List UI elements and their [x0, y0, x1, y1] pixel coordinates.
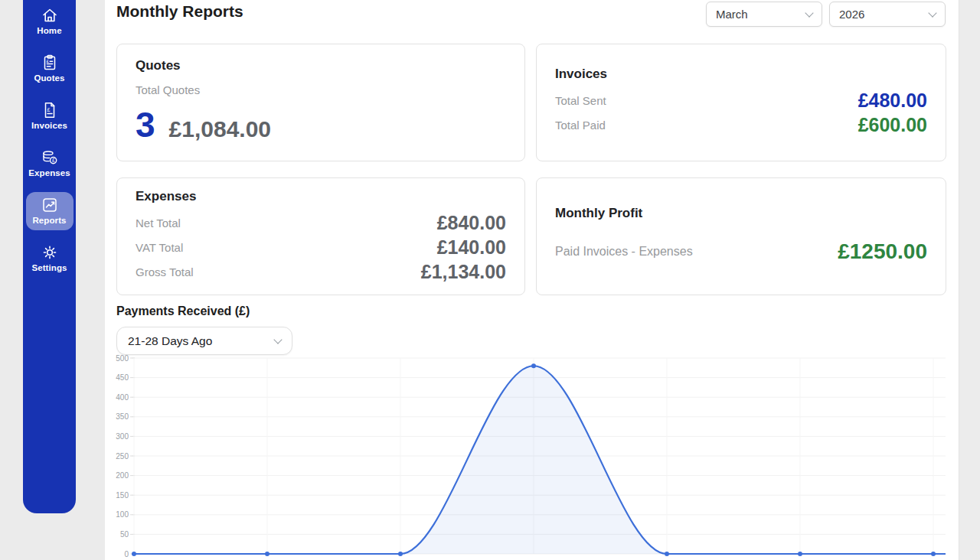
year-select[interactable]: 2026: [829, 2, 946, 27]
profit-formula-label: Paid Invoices - Expenses: [555, 245, 693, 259]
month-select-value: March: [716, 8, 748, 21]
invoice-document-icon: £: [41, 101, 59, 119]
chevron-down-icon: [805, 8, 813, 17]
payments-area-chart: 050100150200250300350400450500: [105, 352, 951, 560]
invoices-card-title: Invoices: [555, 67, 927, 82]
total-paid-label: Total Paid: [555, 119, 606, 132]
svg-text:400: 400: [116, 393, 129, 402]
sidebar-item-quotes[interactable]: £ Quotes: [26, 50, 74, 88]
total-quotes-label: Total Quotes: [136, 83, 506, 96]
total-sent-label: Total Sent: [555, 94, 606, 107]
month-select[interactable]: March: [706, 2, 822, 27]
expenses-card-title: Expenses: [136, 189, 506, 204]
sidebar: Home £ Quotes £: [23, 0, 76, 513]
payments-received-heading: Payments Received (£): [116, 304, 250, 318]
quotes-card: Quotes Total Quotes 3 £1,084.00: [116, 44, 525, 161]
gross-total-value: £1,134.00: [421, 261, 506, 283]
total-quotes-count: 3: [136, 107, 155, 142]
date-range-select[interactable]: 21-28 Days Ago: [116, 327, 292, 355]
svg-text:450: 450: [116, 373, 129, 382]
sidebar-item-settings[interactable]: Settings: [26, 239, 74, 278]
monthly-profit-card: Monthly Profit Paid Invoices - Expenses …: [536, 177, 946, 295]
monthly-profit-value: £1250.00: [838, 239, 927, 264]
svg-text:50: 50: [120, 530, 129, 539]
sidebar-item-expenses[interactable]: £ Expenses: [26, 145, 74, 183]
svg-text:200: 200: [116, 471, 129, 480]
net-total-value: £840.00: [437, 212, 506, 234]
vat-total-label: VAT Total: [136, 241, 183, 254]
sidebar-item-invoices[interactable]: £ Invoices: [26, 97, 74, 135]
svg-text:£: £: [47, 107, 50, 112]
expenses-vat-row: VAT Total £140.00: [136, 235, 506, 259]
expenses-net-row: Net Total £840.00: [136, 210, 506, 235]
invoices-total-paid-row: Total Paid £600.00: [555, 112, 927, 137]
gross-total-label: Gross Total: [136, 265, 194, 278]
monthly-profit-title: Monthly Profit: [555, 206, 927, 221]
sidebar-item-label: Settings: [31, 263, 67, 272]
svg-text:150: 150: [116, 491, 129, 500]
vertical-scrollbar[interactable]: [959, 0, 980, 560]
quotes-card-title: Quotes: [136, 58, 506, 73]
expenses-gross-row: Gross Total £1,134.00: [136, 259, 506, 284]
total-sent-value: £480.00: [858, 90, 927, 112]
chevron-down-icon: [928, 8, 936, 17]
svg-text:500: 500: [116, 354, 129, 363]
sidebar-item-label: Quotes: [34, 73, 64, 83]
svg-text:250: 250: [116, 452, 129, 461]
svg-text:350: 350: [116, 412, 129, 421]
home-icon: [41, 6, 59, 24]
page-title: Monthly Reports: [116, 0, 243, 23]
invoices-total-sent-row: Total Sent £480.00: [555, 88, 927, 112]
reports-chart-icon: [41, 196, 59, 214]
total-quotes-amount: £1,084.00: [169, 116, 271, 142]
expenses-coins-icon: £: [41, 148, 59, 167]
payments-chart-container: 050100150200250300350400450500: [105, 352, 951, 560]
main-content: Monthly Reports March 2026 Quotes Total …: [105, 0, 959, 560]
svg-text:300: 300: [116, 432, 129, 441]
svg-text:£: £: [51, 158, 54, 163]
quotes-clipboard-icon: £: [41, 54, 59, 72]
sidebar-item-label: Expenses: [28, 168, 70, 177]
net-total-label: Net Total: [136, 217, 181, 230]
year-select-value: 2026: [839, 8, 864, 21]
svg-text:100: 100: [116, 510, 129, 519]
sidebar-item-label: Reports: [32, 216, 66, 225]
invoices-card: Invoices Total Sent £480.00 Total Paid £…: [536, 44, 946, 161]
sidebar-item-home[interactable]: Home: [26, 2, 74, 41]
total-paid-value: £600.00: [858, 114, 927, 136]
sidebar-item-label: Home: [37, 26, 61, 35]
chevron-down-icon: [273, 335, 282, 343]
settings-gear-icon: [41, 243, 59, 262]
sidebar-item-label: Invoices: [31, 121, 67, 130]
sidebar-item-reports[interactable]: Reports: [26, 192, 74, 230]
svg-text:0: 0: [124, 550, 129, 558]
expenses-card: Expenses Net Total £840.00 VAT Total £14…: [116, 177, 525, 295]
svg-text:£: £: [46, 59, 49, 63]
app-root: Home £ Quotes £: [0, 0, 980, 560]
date-range-select-value: 21-28 Days Ago: [128, 334, 212, 348]
vat-total-value: £140.00: [437, 236, 506, 259]
monthly-profit-row: Paid Invoices - Expenses £1250.00: [555, 239, 927, 264]
